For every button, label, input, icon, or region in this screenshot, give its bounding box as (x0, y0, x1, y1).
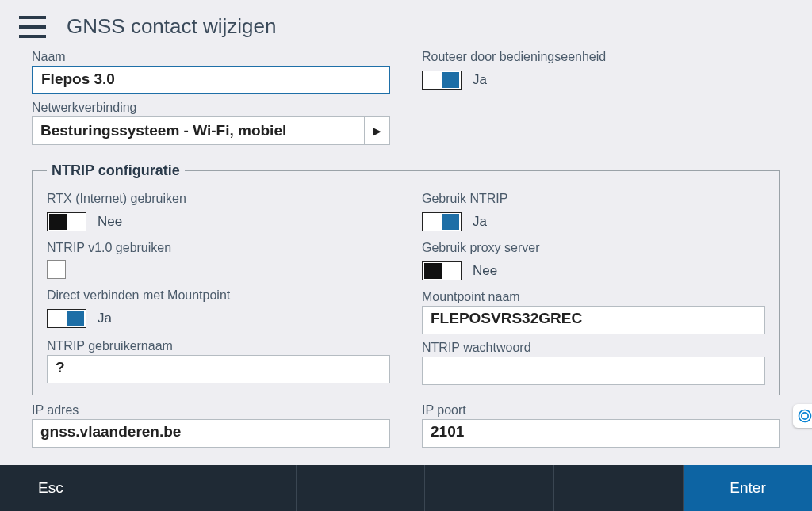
route-field-group: Routeer door bedieningseenheid Ja (422, 50, 780, 94)
bottom-bar: Esc Enter (0, 465, 812, 511)
name-input[interactable]: Flepos 3.0 (32, 66, 390, 94)
use-ntrip-label: Gebruik NTRIP (422, 192, 765, 206)
hamburger-menu-icon[interactable] (19, 16, 46, 38)
direct-mp-label: Direct verbinden met Mountpoint (47, 288, 390, 303)
ntrip-user-label: NTRIP gebruikernaam (47, 339, 390, 353)
rtx-toggle[interactable] (47, 212, 86, 231)
ntrip-v1-label: NTRIP v1.0 gebruiken (47, 241, 390, 255)
mp-name-input[interactable]: FLEPOSVRS32GREC (422, 306, 765, 334)
ip-port-label: IP poort (422, 403, 780, 418)
route-toggle[interactable] (422, 71, 462, 90)
form-area: Naam Flepos 3.0 Routeer door bedieningse… (0, 50, 812, 452)
chevron-right-icon[interactable]: ▶ (364, 117, 389, 144)
network-field-group: Netwerkverbinding Besturingssysteem - Wi… (32, 101, 390, 145)
ntrip-user-input[interactable]: ? (47, 355, 390, 383)
proxy-toggle[interactable] (422, 261, 462, 280)
network-select-value: Besturingssysteem - Wi-Fi, mobiel (33, 119, 364, 143)
rtx-toggle-state: Nee (98, 214, 122, 230)
proxy-state: Nee (473, 263, 497, 279)
scrollbar[interactable] (801, 48, 812, 465)
ntrip-pass-label: NTRIP wachtwoord (422, 341, 765, 355)
network-select[interactable]: Besturingssysteem - Wi-Fi, mobiel ▶ (32, 116, 390, 145)
use-ntrip-toggle[interactable] (422, 212, 462, 231)
use-ntrip-state: Ja (473, 214, 487, 230)
direct-mp-state: Ja (98, 311, 112, 326)
enter-button[interactable]: Enter (684, 465, 812, 511)
esc-button[interactable]: Esc (0, 465, 167, 511)
name-label: Naam (32, 50, 390, 64)
direct-mp-toggle[interactable] (47, 309, 86, 328)
page-title: GNSS contact wijzigen (67, 14, 276, 39)
ip-port-input[interactable]: 2101 (422, 419, 780, 448)
bottom-slot-5[interactable] (554, 465, 684, 511)
remote-session-icon[interactable] (793, 404, 812, 428)
bottom-slot-2[interactable] (167, 465, 297, 511)
bottom-slot-3[interactable] (297, 465, 426, 511)
ntrip-legend: NTRIP configuratie (47, 162, 185, 179)
mp-name-label: Mountpoint naam (422, 290, 765, 304)
svg-point-0 (799, 410, 811, 422)
network-label: Netwerkverbinding (32, 101, 390, 115)
ip-addr-input[interactable]: gnss.vlaanderen.be (32, 419, 390, 448)
ip-addr-label: IP adres (32, 403, 390, 418)
ntrip-config-group: NTRIP configuratie RTX (Internet) gebrui… (32, 162, 780, 395)
name-field-group: Naam Flepos 3.0 (32, 50, 390, 94)
route-label: Routeer door bedieningseenheid (422, 50, 780, 64)
bottom-slot-4[interactable] (425, 465, 554, 511)
route-toggle-state: Ja (473, 72, 487, 88)
rtx-label: RTX (Internet) gebruiken (47, 192, 390, 206)
ntrip-pass-input[interactable] (422, 357, 765, 385)
ntrip-v1-checkbox[interactable] (47, 260, 66, 279)
proxy-label: Gebruik proxy server (422, 241, 765, 255)
header: GNSS contact wijzigen (0, 0, 812, 50)
